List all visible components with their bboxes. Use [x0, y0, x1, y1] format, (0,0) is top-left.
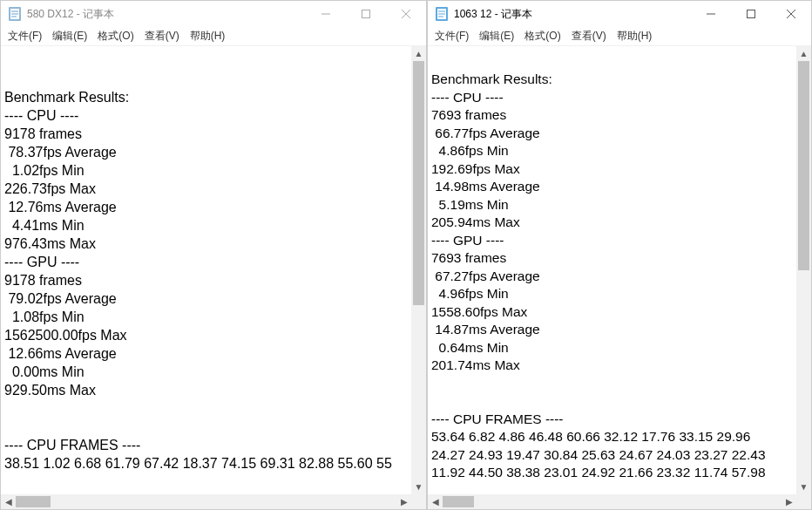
horizontal-scroll-thumb[interactable] — [16, 496, 51, 507]
svg-rect-6 — [362, 10, 370, 18]
scroll-down-icon[interactable]: ▼ — [411, 479, 426, 494]
titlebar[interactable]: 1063 12 - 记事本 — [428, 1, 811, 27]
menu-file[interactable]: 文件(F) — [3, 27, 47, 45]
titlebar[interactable]: 580 DX12 - 记事本 — [1, 1, 426, 27]
content-area: Benchmark Results: ---- CPU ---- 9178 fr… — [1, 46, 426, 494]
maximize-button[interactable] — [731, 1, 771, 27]
scroll-up-icon[interactable]: ▲ — [796, 46, 811, 61]
svg-rect-15 — [748, 10, 755, 18]
menu-format[interactable]: 格式(O) — [92, 27, 139, 45]
minimize-button[interactable] — [691, 1, 731, 27]
close-button[interactable] — [771, 1, 811, 27]
resize-grip[interactable] — [411, 494, 426, 509]
notepad-window-right: 1063 12 - 记事本 文件(F) 编辑(E) 格式(O) 查看(V) 帮助… — [427, 0, 812, 510]
close-button[interactable] — [386, 1, 426, 27]
minimize-button[interactable] — [306, 1, 346, 27]
window-title: 1063 12 - 记事本 — [454, 7, 691, 22]
menubar: 文件(F) 编辑(E) 格式(O) 查看(V) 帮助(H) — [1, 27, 426, 46]
horizontal-scrollbar[interactable]: ◀ ▶ — [428, 494, 796, 509]
notepad-icon — [8, 7, 22, 21]
scroll-up-icon[interactable]: ▲ — [411, 46, 426, 61]
menu-file[interactable]: 文件(F) — [430, 27, 474, 45]
menu-view[interactable]: 查看(V) — [139, 27, 185, 45]
horizontal-scrollbar[interactable]: ◀ ▶ — [1, 494, 411, 509]
scroll-left-icon[interactable]: ◀ — [428, 494, 443, 509]
maximize-button[interactable] — [346, 1, 386, 27]
vertical-scrollbar[interactable]: ▲ ▼ — [796, 46, 811, 494]
notepad-window-left: 580 DX12 - 记事本 文件(F) 编辑(E) 格式(O) 查看(V) 帮… — [0, 0, 427, 510]
scroll-right-icon[interactable]: ▶ — [396, 494, 411, 509]
text-content[interactable]: Benchmark Results: ---- CPU ---- 7693 fr… — [428, 46, 796, 494]
vertical-scroll-thumb[interactable] — [413, 61, 424, 305]
vertical-scroll-thumb[interactable] — [798, 61, 809, 270]
menu-format[interactable]: 格式(O) — [519, 27, 565, 45]
scroll-right-icon[interactable]: ▶ — [782, 494, 796, 509]
resize-grip[interactable] — [796, 494, 811, 509]
window-controls — [691, 1, 811, 27]
content-area: Benchmark Results: ---- CPU ---- 7693 fr… — [428, 46, 811, 494]
notepad-icon — [435, 7, 449, 21]
vertical-scrollbar[interactable]: ▲ ▼ — [411, 46, 426, 494]
menu-edit[interactable]: 编辑(E) — [47, 27, 92, 45]
horizontal-scroll-thumb[interactable] — [443, 496, 474, 507]
window-title: 580 DX12 - 记事本 — [27, 7, 306, 22]
menubar: 文件(F) 编辑(E) 格式(O) 查看(V) 帮助(H) — [428, 27, 811, 46]
menu-help[interactable]: 帮助(H) — [185, 27, 231, 45]
scroll-left-icon[interactable]: ◀ — [1, 494, 16, 509]
menu-edit[interactable]: 编辑(E) — [474, 27, 519, 45]
window-controls — [306, 1, 426, 27]
scroll-down-icon[interactable]: ▼ — [796, 479, 811, 494]
menu-view[interactable]: 查看(V) — [566, 27, 612, 45]
menu-help[interactable]: 帮助(H) — [612, 27, 658, 45]
text-content[interactable]: Benchmark Results: ---- CPU ---- 9178 fr… — [1, 46, 411, 494]
